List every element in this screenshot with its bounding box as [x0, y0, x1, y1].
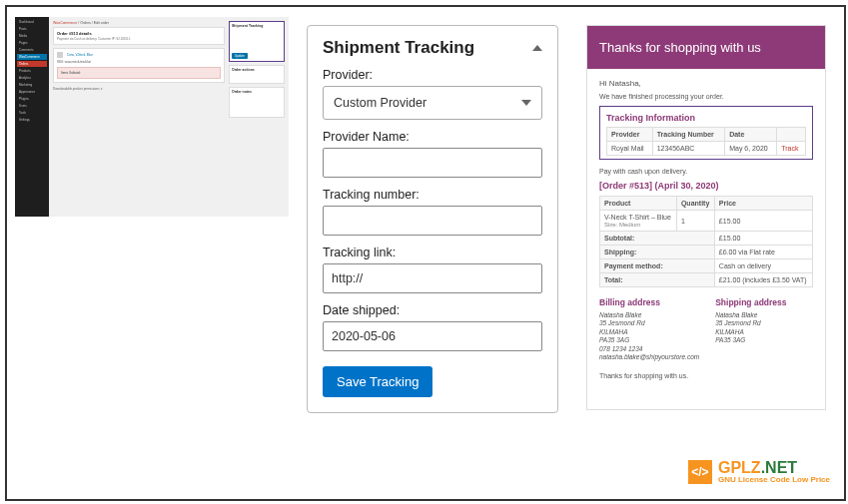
row-payment: Payment method: [600, 259, 715, 273]
order-items: Crew, V-Neck, Blue SKU: woo-vneck-tee-bl… [53, 48, 225, 83]
row-total: Total: [600, 273, 715, 287]
wp-sidebar: Dashboard Posts Media Pages Comments Woo… [15, 17, 49, 217]
th-number: Tracking Number [652, 128, 725, 142]
tracking-table: Provider Tracking Number Date Royal Mail… [606, 127, 806, 156]
shipment-tracking-card: Shipment Tracking Provider: Custom Provi… [307, 25, 558, 413]
tracking-link-label: Tracking link: [323, 246, 542, 259]
td-date: May 6, 2020 [725, 142, 777, 156]
order-subtitle: Payment via Cash on delivery. Customer I… [57, 37, 221, 41]
product-meta: SKU: woo-vneck-tee-blue [57, 60, 91, 64]
date-shipped-input[interactable]: 2020-05-06 [323, 321, 542, 351]
td-provider: Royal Mail [607, 142, 653, 156]
order-table: Product Quantity Price V-Neck T-Shirt – … [599, 196, 813, 287]
provider-value: Custom Provider [334, 96, 426, 110]
wp-menu-item: WooCommerce [17, 54, 47, 60]
wp-menu-item: Appearance [17, 89, 47, 95]
panel-title: Order actions [232, 68, 282, 72]
order-email-preview: Thanks for shopping with us Hi Natasha, … [586, 25, 826, 410]
downloadable-perms: Downloadable product permissions ▾ [53, 87, 225, 91]
wp-menu-item: Posts [17, 26, 47, 32]
order-title: [Order #513] (April 30, 2020) [599, 181, 813, 191]
order-details-box: Order #513 details Payment via Cash on d… [53, 27, 225, 45]
product-swatch [57, 52, 63, 58]
chevron-down-icon [521, 100, 531, 106]
email-greeting: Hi Natasha, [599, 79, 813, 88]
th-qty: Quantity [676, 197, 714, 211]
wp-menu-item: Dashboard [17, 19, 47, 25]
wp-menu-item: Media [17, 33, 47, 39]
shipment-tracking-panel: Shipment Tracking Update [229, 21, 285, 62]
wp-menu-item: Plugins [17, 96, 47, 102]
td-price: £15.00 [714, 211, 812, 232]
email-banner: Thanks for shopping with us [587, 26, 825, 69]
card-title: Shipment Tracking [323, 38, 474, 58]
wp-menu-item: Tools [17, 110, 47, 116]
email-thanks: Thanks for shopping with us. [599, 372, 813, 379]
panel-title: Order notes [232, 90, 282, 94]
wp-menu-item: Orders [17, 61, 47, 67]
gplz-logo-icon: </> [688, 460, 712, 484]
provider-select[interactable]: Custom Provider [323, 86, 542, 120]
tracking-link-input[interactable]: http:// [323, 263, 542, 293]
wp-menu-item: Products [17, 68, 47, 74]
email-notice: We have finished processing your order. [599, 93, 813, 100]
th-product: Product [600, 197, 677, 211]
wp-menu-item: Pages [17, 40, 47, 46]
gplz-watermark: </> GPLZ.NET GNU License Code Low Price [688, 459, 830, 485]
td-qty: 1 [676, 211, 714, 232]
td-number: 123456ABC [652, 142, 725, 156]
date-shipped-label: Date shipped: [323, 303, 542, 317]
wp-menu-item: Marketing [17, 82, 47, 88]
wp-menu-item: Settings [17, 117, 47, 123]
save-tracking-button[interactable]: Save Tracking [323, 366, 432, 397]
gplz-tagline: GNU License Code Low Price [718, 476, 830, 485]
provider-label: Provider: [323, 68, 542, 82]
collapse-icon[interactable] [532, 45, 542, 51]
order-actions-panel: Order actions [229, 65, 285, 84]
panel-button: Update [232, 53, 248, 59]
track-link[interactable]: Track [777, 142, 806, 156]
order-title: Order #513 details [57, 31, 221, 36]
wp-menu-item: Analytics [17, 75, 47, 81]
tracking-number-label: Tracking number: [323, 188, 542, 202]
wp-main: WooCommerce / Orders / Edit order Order … [49, 17, 289, 217]
wp-menu-item: Users [17, 103, 47, 109]
billing-address: Billing address Natasha Blake 35 Jesmond… [599, 297, 699, 362]
gplz-brand: GPLZ.NET [718, 459, 830, 477]
cod-note: Pay with cash upon delivery. [599, 168, 813, 175]
panel-title: Shipment Tracking [232, 24, 282, 28]
wp-admin-screenshot: Dashboard Posts Media Pages Comments Woo… [15, 17, 289, 217]
tracking-info-box: Tracking Information Provider Tracking N… [599, 106, 813, 160]
tracking-info-title: Tracking Information [606, 113, 806, 123]
row-subtotal: Subtotal: [600, 232, 715, 246]
th-link [777, 128, 806, 142]
th-provider: Provider [607, 128, 653, 142]
row-shipping: Shipping: [600, 246, 715, 259]
shipping-address: Shipping address Natasha Blake 35 Jesmon… [715, 297, 813, 362]
order-notes-panel: Order notes [229, 87, 285, 118]
wp-menu-item: Comments [17, 47, 47, 53]
breadcrumb: WooCommerce / Orders / Edit order [53, 21, 225, 25]
provider-name-input[interactable] [323, 148, 542, 178]
th-date: Date [725, 128, 777, 142]
product-name: Crew, V-Neck, Blue [67, 53, 93, 57]
tracking-number-input[interactable] [323, 206, 542, 236]
td-product: V-Neck T-Shirt – Blue Size: Medium [600, 211, 677, 232]
provider-name-label: Provider Name: [323, 130, 542, 144]
order-totals: Items Subtotal: [57, 67, 221, 79]
th-price: Price [714, 197, 812, 211]
